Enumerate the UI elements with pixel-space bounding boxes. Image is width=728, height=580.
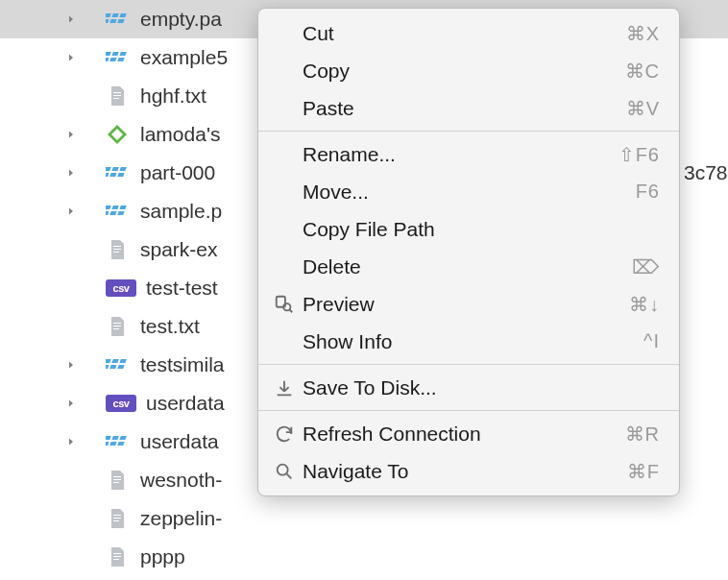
svg-rect-21 xyxy=(106,211,109,215)
parquet-icon xyxy=(106,353,129,376)
menu-shortcut: ⌦ xyxy=(632,255,660,278)
menu-shortcut: ⇧F6 xyxy=(619,143,660,166)
file-icon xyxy=(106,85,129,108)
file-icon xyxy=(106,469,129,492)
menu-shortcut: ⌘C xyxy=(625,60,660,83)
file-name: spark-ex xyxy=(140,238,218,261)
tree-row[interactable]: pppp xyxy=(0,538,728,576)
disclosure-chevron-icon[interactable] xyxy=(65,52,77,63)
file-name: hghf.txt xyxy=(140,85,206,108)
disclosure-chevron-icon[interactable] xyxy=(65,205,77,217)
file-name: sample.p xyxy=(140,200,222,223)
menu-item-paste[interactable]: Paste⌘V xyxy=(258,89,679,127)
svg-rect-19 xyxy=(111,205,118,209)
parquet-icon xyxy=(106,8,129,31)
file-name: example5 xyxy=(140,46,228,69)
menu-item-move[interactable]: Move...F6 xyxy=(258,173,679,210)
svg-rect-31 xyxy=(111,436,118,440)
menu-item-label: Copy File Path xyxy=(301,218,660,241)
disclosure-chevron-icon[interactable] xyxy=(65,13,77,25)
svg-rect-6 xyxy=(106,52,111,56)
svg-rect-10 xyxy=(109,58,116,61)
parquet-icon xyxy=(106,161,129,184)
svg-rect-15 xyxy=(106,173,109,177)
menu-shortcut: ⌘V xyxy=(626,97,660,120)
svg-rect-14 xyxy=(119,167,126,171)
svg-rect-27 xyxy=(106,365,109,369)
menu-item-label: Cut xyxy=(301,22,626,45)
svg-rect-3 xyxy=(106,19,109,23)
svg-rect-16 xyxy=(109,173,116,177)
svg-rect-35 xyxy=(117,442,124,446)
file-name: testsimila xyxy=(140,353,225,376)
disclosure-chevron-icon[interactable] xyxy=(65,436,77,447)
menu-item-show-info[interactable]: Show Info^I xyxy=(258,323,679,360)
menu-item-save-to-disk[interactable]: Save To Disk... xyxy=(258,369,679,406)
svg-rect-4 xyxy=(109,19,116,23)
search-icon xyxy=(268,461,301,482)
svg-rect-8 xyxy=(119,52,126,56)
menu-item-label: Paste xyxy=(301,97,626,120)
tree-row[interactable]: zeppelin- xyxy=(0,499,728,538)
svg-rect-28 xyxy=(109,365,116,369)
file-icon xyxy=(106,315,129,338)
menu-item-navigate-to[interactable]: Navigate To⌘F xyxy=(258,452,679,490)
svg-rect-13 xyxy=(111,167,118,171)
disclosure-chevron-icon[interactable] xyxy=(65,359,77,371)
file-name-overflow: 3c78 xyxy=(684,161,728,184)
svg-rect-11 xyxy=(117,58,124,61)
menu-item-rename[interactable]: Rename...⇧F6 xyxy=(258,135,679,173)
menu-item-label: Navigate To xyxy=(301,460,627,483)
menu-shortcut: ⌘R xyxy=(625,423,660,446)
svg-rect-12 xyxy=(106,167,111,171)
csv-icon: csv xyxy=(106,279,136,297)
file-name: part-000 xyxy=(140,161,215,184)
menu-item-delete[interactable]: Delete⌦ xyxy=(258,248,679,285)
file-name: lamoda's xyxy=(140,123,220,146)
file-name: test-test xyxy=(146,277,218,300)
menu-separator xyxy=(258,131,679,132)
svg-point-38 xyxy=(278,464,288,474)
file-name: test.txt xyxy=(140,315,200,338)
parquet-icon xyxy=(106,46,129,69)
menu-separator xyxy=(258,364,679,365)
menu-item-label: Show Info xyxy=(301,330,643,353)
menu-shortcut: ^I xyxy=(643,330,660,352)
svg-rect-26 xyxy=(119,359,126,363)
menu-item-cut[interactable]: Cut⌘X xyxy=(258,14,679,52)
svg-rect-22 xyxy=(109,211,116,215)
parquet-icon xyxy=(106,430,129,453)
preview-icon xyxy=(268,294,301,315)
file-icon xyxy=(106,507,129,530)
refresh-icon xyxy=(268,423,301,445)
svg-rect-18 xyxy=(106,205,111,209)
svg-rect-5 xyxy=(117,19,124,23)
menu-item-label: Save To Disk... xyxy=(301,376,660,399)
file-name: zeppelin- xyxy=(140,507,222,530)
menu-shortcut: ⌘F xyxy=(627,460,660,483)
svg-rect-7 xyxy=(111,52,118,56)
menu-item-copy-file-path[interactable]: Copy File Path xyxy=(258,210,679,248)
menu-item-preview[interactable]: Preview⌘↓ xyxy=(258,285,679,323)
file-name: empty.pa xyxy=(140,8,222,31)
file-name: pppp xyxy=(140,545,185,568)
disclosure-chevron-icon[interactable] xyxy=(65,129,77,140)
file-icon xyxy=(106,545,129,568)
svg-rect-20 xyxy=(119,205,126,209)
svg-rect-1 xyxy=(111,13,118,17)
menu-item-copy[interactable]: Copy⌘C xyxy=(258,52,679,89)
svg-rect-32 xyxy=(119,436,126,440)
menu-item-label: Preview xyxy=(301,293,629,316)
menu-item-label: Refresh Connection xyxy=(301,423,625,446)
file-name: userdata xyxy=(146,392,225,415)
save-icon xyxy=(268,377,301,399)
menu-item-label: Copy xyxy=(301,60,625,83)
file-icon xyxy=(106,238,129,261)
parquet-icon xyxy=(106,200,129,223)
svg-rect-17 xyxy=(117,173,124,177)
svg-rect-24 xyxy=(106,359,111,363)
svg-rect-33 xyxy=(106,442,109,446)
menu-item-refresh-connection[interactable]: Refresh Connection⌘R xyxy=(258,415,679,452)
disclosure-chevron-icon[interactable] xyxy=(65,167,77,179)
disclosure-chevron-icon[interactable] xyxy=(65,398,77,409)
